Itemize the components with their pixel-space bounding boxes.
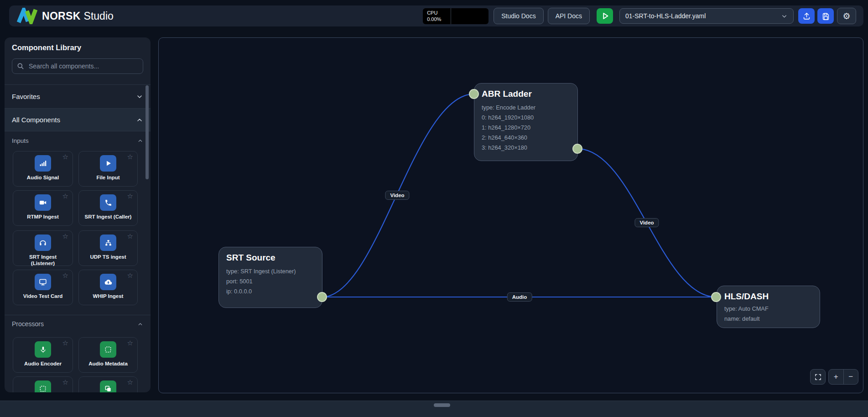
node-hls-dash[interactable]: HLS/DASH type: Auto CMAF name: default (717, 286, 820, 328)
star-icon[interactable]: ☆ (127, 193, 133, 199)
node-line: 2: h264_640×360 (482, 133, 570, 143)
component-card-audio-signal[interactable]: ☆ Audio Signal (13, 151, 73, 187)
star-icon[interactable]: ☆ (62, 153, 68, 160)
cpu-meter: CPU 0.00% (423, 8, 489, 24)
port-abr-ladder-output[interactable] (572, 144, 582, 154)
section-divider (5, 315, 151, 315)
monitor-icon (35, 274, 51, 290)
component-card-udp-ts-ingest[interactable]: ☆ UDP TS ingest (78, 230, 138, 266)
norsk-logo-icon (16, 8, 37, 24)
save-button[interactable] (817, 8, 834, 24)
all-components-section-header[interactable]: All Components (5, 108, 151, 131)
settings-button[interactable]: ⚙ (837, 8, 856, 24)
panel-drag-handle[interactable] (434, 403, 450, 407)
star-icon[interactable]: ☆ (62, 339, 68, 346)
node-srt-source[interactable]: SRT Source type: SRT Ingest (Listener) p… (218, 247, 322, 308)
node-body: type: Encode Ladder 0: h264_1920×1080 1:… (482, 103, 570, 153)
edge-label-video-1: Video (385, 191, 409, 200)
copy-icon (100, 381, 116, 392)
gear-icon: ⚙ (842, 12, 850, 21)
component-card-audio-metadata[interactable]: ☆ Audio Metadata (78, 337, 138, 373)
star-icon[interactable]: ☆ (62, 193, 68, 199)
port-srt-source-output[interactable] (317, 292, 327, 302)
card-label: Audio Metadata (86, 360, 130, 367)
sidebar-scrollbar-thumb[interactable] (146, 85, 149, 179)
star-icon[interactable]: ☆ (127, 272, 133, 279)
panel-title: Component Library (12, 43, 81, 52)
card-label: SRT Ingest (Listener) (19, 254, 67, 267)
card-label: RTMP Ingest (24, 214, 61, 220)
edge-label-video-2: Video (634, 218, 659, 227)
component-card-rtmp-ingest[interactable]: ☆ RTMP Ingest (13, 190, 73, 226)
port-abr-ladder-input[interactable] (469, 89, 479, 99)
star-icon[interactable]: ☆ (127, 233, 133, 240)
chevron-up-icon (137, 321, 143, 327)
chevron-up-icon (137, 138, 143, 144)
component-card-srt-ingest-listener[interactable]: ☆ SRT Ingest (Listener) (13, 230, 73, 266)
node-body: type: SRT Ingest (Listener) port: 5001 i… (226, 266, 315, 297)
studio-docs-button[interactable]: Studio Docs (494, 8, 543, 24)
zoom-out-button[interactable]: − (843, 370, 858, 384)
phone-icon (100, 194, 116, 211)
node-body: type: Auto CMAF name: default (724, 304, 812, 324)
processors-group-header[interactable]: Processors (12, 318, 143, 329)
card-label: Video Test Card (21, 293, 66, 299)
star-icon[interactable]: ☆ (62, 233, 68, 240)
node-line: 3: h264_320×180 (482, 143, 570, 153)
star-icon[interactable]: ☆ (127, 339, 133, 346)
run-button[interactable] (597, 8, 613, 24)
node-line: 0: h264_1920×1080 (482, 113, 570, 123)
card-label: WHIP Ingest (90, 293, 126, 299)
upload-icon (802, 12, 811, 21)
workflow-file-select[interactable]: 01-SRT-to-HLS-Ladder.yaml (619, 8, 794, 24)
video-camera-icon (35, 194, 51, 211)
dashed-square-icon (35, 381, 51, 392)
workflow-file-name: 01-SRT-to-HLS-Ladder.yaml (625, 12, 706, 20)
component-search[interactable] (12, 58, 143, 74)
inputs-label: Inputs (12, 137, 29, 144)
node-title: SRT Source (226, 253, 315, 263)
cpu-label: CPU (427, 10, 451, 16)
dashed-square-icon (100, 341, 116, 358)
chevron-up-icon (136, 116, 143, 124)
node-line: ip: 0.0.0.0 (226, 287, 315, 297)
star-icon[interactable]: ☆ (127, 153, 133, 160)
node-line: type: Auto CMAF (724, 304, 812, 314)
top-bar-right: CPU 0.00% Studio Docs API Docs 01-SRT-to… (423, 8, 856, 24)
zoom-in-button[interactable]: + (829, 370, 843, 384)
favorites-section-header[interactable]: Favorites (5, 84, 151, 108)
edge-label-audio: Audio (507, 292, 532, 302)
card-label: UDP TS ingest (87, 254, 129, 260)
component-card-file-input[interactable]: ☆ File Input (78, 151, 138, 187)
play-icon (600, 11, 610, 21)
star-icon[interactable]: ☆ (62, 379, 68, 386)
star-icon[interactable]: ☆ (127, 379, 133, 386)
chevron-down-icon (136, 93, 143, 100)
component-card-whip-ingest[interactable]: ☆ WHIP Ingest (78, 270, 138, 305)
node-line: type: Encode Ladder (482, 103, 570, 113)
search-input[interactable] (28, 62, 138, 70)
workflow-canvas[interactable]: Video Video Audio ABR Ladder type: Encod… (158, 37, 863, 393)
card-label: Audio Encoder (21, 360, 64, 367)
star-icon[interactable]: ☆ (62, 272, 68, 279)
app-root: NORSKStudio CPU 0.00% Studio Docs API Do… (0, 0, 868, 417)
card-label: File Input (94, 174, 122, 181)
api-docs-button[interactable]: API Docs (548, 8, 590, 24)
component-card-srt-ingest-caller[interactable]: ☆ SRT Ingest (Caller) (78, 190, 138, 226)
brand-light: Studio (84, 10, 114, 22)
component-card-partial-1[interactable]: ☆ (13, 376, 73, 392)
node-line: port: 5001 (226, 276, 315, 287)
node-abr-ladder[interactable]: ABR Ladder type: Encode Ladder 0: h264_1… (474, 83, 578, 161)
card-label: Audio Signal (24, 174, 62, 181)
inputs-group-header[interactable]: Inputs (12, 135, 143, 146)
cpu-meter-text: CPU 0.00% (423, 8, 451, 24)
processors-label: Processors (12, 320, 44, 328)
search-icon (17, 63, 24, 70)
cpu-gauge (451, 8, 489, 24)
component-card-partial-2[interactable]: ☆ (78, 376, 138, 392)
upload-button[interactable] (798, 8, 815, 24)
component-card-video-test-card[interactable]: ☆ Video Test Card (13, 270, 73, 305)
port-hls-dash-input[interactable] (711, 292, 721, 302)
component-card-audio-encoder[interactable]: ☆ Audio Encoder (13, 337, 73, 373)
fit-view-button[interactable] (810, 369, 826, 385)
